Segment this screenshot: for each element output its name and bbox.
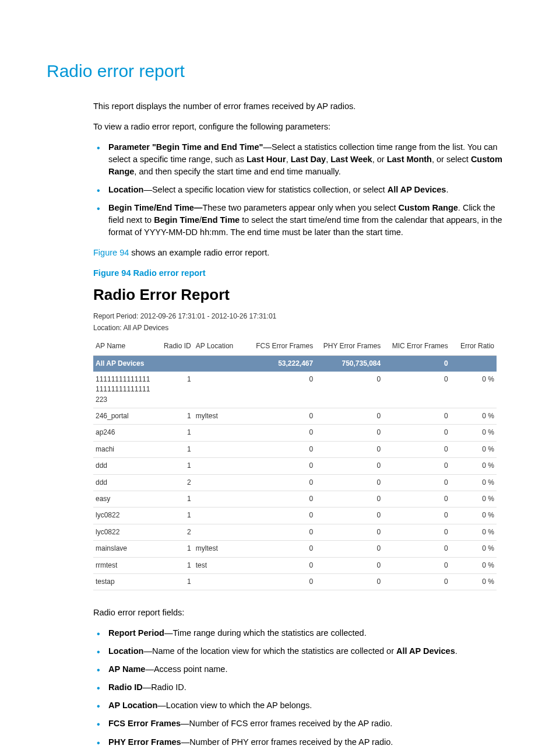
field-item: FCS Error Frames—Number of FCS error fra… xyxy=(93,718,504,730)
cell-radio: 1 xyxy=(155,372,193,408)
report-table: AP Name Radio ID AP Location FCS Error F… xyxy=(93,338,497,590)
cell-mic: 0 xyxy=(383,574,451,590)
table-row: mainslave1myltest0000 % xyxy=(93,541,497,557)
param-option: All AP Devices xyxy=(388,185,446,194)
col-header: AP Location xyxy=(193,338,248,355)
cell-name: testap xyxy=(93,574,155,590)
param-option: Last Week xyxy=(330,155,372,164)
cell-fcs: 0 xyxy=(248,508,315,524)
figure-caption: Figure 94 Radio error report xyxy=(93,267,504,279)
col-header: Error Ratio xyxy=(451,338,497,355)
cell-mic: 0 xyxy=(383,491,451,508)
field-item: AP Location—Location view to which the A… xyxy=(93,699,504,712)
cell-radio: 2 xyxy=(155,474,193,491)
cell-err: 0 % xyxy=(451,557,497,573)
field-item: MIC Error Frames—Number of MIC error fra… xyxy=(93,754,504,756)
cell-mic: 0 xyxy=(383,524,451,540)
page-title: Radio error report xyxy=(47,58,509,84)
report-title: Radio Error Report xyxy=(93,284,504,306)
param-text: These two parameters appear only when yo… xyxy=(202,203,398,212)
cell-err: 0 % xyxy=(451,574,497,590)
cell-err: 0 % xyxy=(451,441,497,457)
parameter-item: Begin Time/End Time—These two parameters… xyxy=(93,202,504,239)
param-label: Location xyxy=(108,185,143,194)
cell-radio: 1 xyxy=(155,491,193,508)
cell-mic: 0 xyxy=(383,458,451,474)
figure-link[interactable]: Figure 94 xyxy=(93,248,129,257)
cell-fcs: 0 xyxy=(248,491,315,508)
summary-name: All AP Devices xyxy=(93,355,155,372)
param-label: Parameter "Begin Time and End Time" xyxy=(108,142,263,152)
cell-loc xyxy=(193,425,248,441)
field-item: PHY Error Frames—Number of PHY error fra… xyxy=(93,736,504,748)
cell-radio: 1 xyxy=(155,408,193,425)
cell-loc xyxy=(193,441,248,457)
cell-phy: 0 xyxy=(315,541,383,557)
table-summary-row: All AP Devices 53,222,467 750,735,084 0 xyxy=(93,355,497,372)
field-label: Radio ID xyxy=(108,682,143,692)
cell-fcs: 0 xyxy=(248,408,315,425)
cell-err: 0 % xyxy=(451,458,497,474)
cell-err: 0 % xyxy=(451,372,497,408)
summary-phy: 750,735,084 xyxy=(315,355,383,372)
param-option: Last Day xyxy=(291,155,326,164)
cell-mic: 0 xyxy=(383,425,451,441)
cell-radio: 1 xyxy=(155,541,193,557)
field-desc: . xyxy=(455,646,458,656)
cell-phy: 0 xyxy=(315,408,383,425)
cell-name: lyc0822 xyxy=(93,524,155,540)
parameter-item: Parameter "Begin Time and End Time"—Sele… xyxy=(93,141,504,178)
cell-loc xyxy=(193,574,248,590)
field-label: PHY Error Frames xyxy=(108,737,181,747)
cell-radio: 1 xyxy=(155,557,193,573)
intro-paragraph-1: This report displays the number of error… xyxy=(93,100,504,113)
param-option: End Time xyxy=(202,215,240,225)
field-desc: —Radio ID. xyxy=(143,682,186,692)
cell-name: 1111111111111111111111111111223 xyxy=(93,372,155,408)
cell-name: lyc0822 xyxy=(93,508,155,524)
cell-mic: 0 xyxy=(383,557,451,573)
cell-name: 246_portal xyxy=(93,408,155,425)
cell-mic: 0 xyxy=(383,508,451,524)
field-label: Report Period xyxy=(108,628,164,638)
cell-fcs: 0 xyxy=(248,458,315,474)
col-header: FCS Error Frames xyxy=(248,338,315,355)
cell-phy: 0 xyxy=(315,441,383,457)
fields-list: Report Period—Time range during which th… xyxy=(93,627,504,756)
cell-fcs: 0 xyxy=(248,425,315,441)
table-row: ap24610000 % xyxy=(93,425,497,441)
cell-phy: 0 xyxy=(315,458,383,474)
cell-phy: 0 xyxy=(315,372,383,408)
cell-phy: 0 xyxy=(315,574,383,590)
field-label: AP Location xyxy=(108,701,157,710)
cell-name: rrmtest xyxy=(93,557,155,573)
param-text: . xyxy=(446,185,448,194)
field-label: FCS Error Frames xyxy=(108,719,181,728)
col-header: Radio ID xyxy=(155,338,193,355)
cell-loc xyxy=(193,372,248,408)
table-row: lyc082210000 % xyxy=(93,508,497,524)
cell-fcs: 0 xyxy=(248,557,315,573)
cell-err: 0 % xyxy=(451,524,497,540)
cell-loc: test xyxy=(193,557,248,573)
cell-name: machi xyxy=(93,441,155,457)
field-desc: —Access point name. xyxy=(145,664,227,674)
parameter-item: Location—Select a specific location view… xyxy=(93,184,504,196)
field-desc: —Number of FCS error frames received by … xyxy=(181,719,392,728)
cell-fcs: 0 xyxy=(248,524,315,540)
param-text: —Select a specific location view for sta… xyxy=(143,185,387,194)
cell-radio: 1 xyxy=(155,574,193,590)
summary-mic: 0 xyxy=(383,355,451,372)
cell-loc xyxy=(193,508,248,524)
param-option: Last Month xyxy=(387,155,432,164)
cell-radio: 1 xyxy=(155,425,193,441)
col-header: AP Name xyxy=(93,338,155,355)
field-item: Report Period—Time range during which th… xyxy=(93,627,504,639)
cell-phy: 0 xyxy=(315,524,383,540)
param-option: Last Hour xyxy=(247,155,286,164)
cell-radio: 1 xyxy=(155,458,193,474)
cell-fcs: 0 xyxy=(248,441,315,457)
cell-fcs: 0 xyxy=(248,574,315,590)
cell-mic: 0 xyxy=(383,441,451,457)
cell-name: ap246 xyxy=(93,425,155,441)
